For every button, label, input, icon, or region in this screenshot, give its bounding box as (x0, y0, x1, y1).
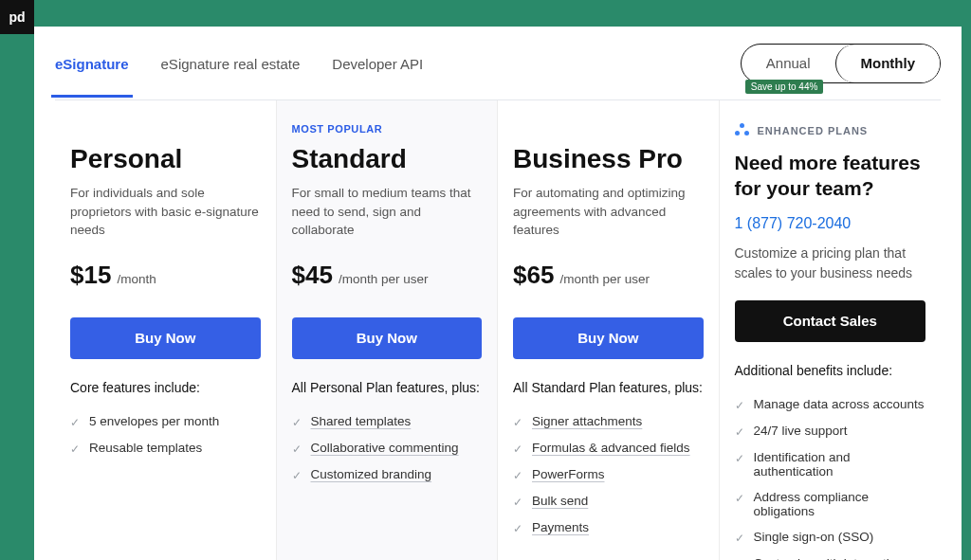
plan-personal: Personal For individuals and sole propri… (55, 100, 277, 560)
feature-text: Address compliance obligations (754, 490, 926, 518)
plan-description: For small to medium teams that need to s… (292, 184, 483, 240)
feature-item: ✓Signer attachments (513, 408, 704, 435)
plan-price-period: /month per user (339, 272, 429, 286)
check-icon: ✓ (513, 496, 522, 509)
plan-price-period: /month per user (559, 272, 650, 286)
check-icon: ✓ (70, 443, 80, 456)
feature-item: ✓Address compliance obligations (735, 484, 926, 524)
features-list: ✓Shared templates ✓Collaborative comment… (292, 408, 483, 488)
buy-now-button[interactable]: Buy Now (513, 317, 704, 359)
check-icon: ✓ (735, 425, 744, 439)
plan-price: $45 (292, 261, 333, 290)
feature-text[interactable]: Collaborative commenting (311, 441, 459, 455)
feature-text[interactable]: PowerForms (532, 467, 605, 481)
enhanced-title: Need more features for your team? (735, 150, 926, 202)
check-icon: ✓ (292, 469, 302, 482)
feature-item: ✓24/7 live support (735, 418, 926, 444)
plan-price: $65 (513, 261, 554, 290)
features-heading: Core features include: (70, 380, 261, 395)
feature-item: ✓5 envelopes per month (70, 408, 261, 435)
feature-item: ✓Single sign-on (SSO) (735, 524, 926, 551)
enhanced-plans-label-text: ENHANCED PLANS (758, 125, 869, 136)
feature-item: ✓Reusable templates (70, 435, 261, 461)
plan-price: $15 (70, 261, 111, 290)
check-icon: ✓ (292, 443, 302, 456)
feature-item: ✓PowerForms (513, 461, 704, 488)
plan-price-row: $65 /month per user (513, 261, 704, 293)
enhanced-description: Customize a pricing plan that scales to … (735, 244, 926, 283)
topbar: eSignature eSignature real estate Develo… (55, 27, 941, 100)
feature-text: Customize with integrations (754, 556, 910, 560)
feature-item: ✓Customized branding (292, 461, 483, 488)
buy-now-button[interactable]: Buy Now (292, 317, 483, 359)
feature-item: ✓Customize with integrations (735, 551, 926, 560)
contact-sales-button[interactable]: Contact Sales (735, 300, 926, 342)
buy-now-button[interactable]: Buy Now (70, 317, 261, 359)
check-icon: ✓ (513, 469, 522, 482)
plan-price-row: $45 /month per user (292, 261, 483, 293)
feature-text[interactable]: Customized branding (311, 467, 432, 481)
feature-item: ✓Identification and authentication (735, 444, 926, 484)
check-icon: ✓ (513, 443, 522, 456)
feature-item: ✓Collaborative commenting (292, 435, 483, 461)
plan-price-row: $15 /month (70, 261, 261, 293)
tab-esignature[interactable]: eSignature (55, 29, 129, 97)
plan-name: Personal (70, 144, 261, 174)
feature-text[interactable]: Payments (532, 520, 589, 534)
feature-text: Single sign-on (SSO) (754, 530, 874, 544)
brand-logo-text: pd (9, 9, 25, 25)
features-list: ✓5 envelopes per month ✓Reusable templat… (70, 408, 261, 461)
tab-esignature-real-estate[interactable]: eSignature real estate (161, 29, 301, 97)
plan-price-period: /month (117, 272, 156, 286)
plan-name: Business Pro (513, 144, 704, 174)
plan-description: For automating and optimizing agreements… (513, 184, 704, 240)
features-heading: All Standard Plan features, plus: (513, 380, 704, 395)
pricing-grid: Personal For individuals and sole propri… (55, 100, 941, 560)
feature-item: ✓Bulk send (513, 488, 704, 515)
billing-monthly-option[interactable]: Monthly (835, 45, 941, 82)
feature-item: ✓Manage data across accounts (735, 391, 926, 418)
check-icon: ✓ (735, 452, 744, 465)
check-icon: ✓ (292, 416, 302, 429)
check-icon: ✓ (513, 522, 522, 535)
brand-logo: pd (0, 0, 34, 34)
plan-name: Standard (292, 144, 483, 174)
feature-item: ✓Formulas & advanced fields (513, 435, 704, 461)
pricing-card: eSignature eSignature real estate Develo… (34, 27, 962, 560)
feature-text: 5 envelopes per month (89, 414, 219, 428)
plan-badge-spacer (70, 123, 261, 136)
most-popular-badge: MOST POPULAR (292, 123, 483, 136)
feature-item: ✓Payments (513, 515, 704, 541)
check-icon: ✓ (70, 416, 80, 429)
feature-text: Identification and authentication (754, 450, 926, 479)
plan-standard: MOST POPULAR Standard For small to mediu… (277, 100, 499, 560)
plan-business-pro: Business Pro For automating and optimizi… (498, 100, 720, 560)
features-heading: All Personal Plan features, plus: (292, 380, 483, 395)
features-list: ✓Manage data across accounts ✓24/7 live … (735, 391, 926, 560)
feature-text[interactable]: Shared templates (311, 414, 412, 428)
tab-developer-api[interactable]: Developer API (332, 29, 423, 97)
features-heading: Additional benefits include: (735, 363, 926, 378)
check-icon: ✓ (735, 399, 744, 412)
billing-annual-option[interactable]: Annual (742, 45, 835, 82)
check-icon: ✓ (735, 492, 744, 505)
check-icon: ✓ (513, 416, 522, 429)
enhanced-plans-icon (735, 123, 750, 138)
feature-text: Reusable templates (89, 441, 202, 455)
feature-text: 24/7 live support (754, 424, 848, 438)
feature-text[interactable]: Formulas & advanced fields (532, 441, 690, 455)
check-icon: ✓ (735, 532, 744, 545)
feature-text: Manage data across accounts (754, 397, 925, 411)
product-tabs: eSignature eSignature real estate Develo… (55, 29, 423, 97)
contact-phone-link[interactable]: 1 (877) 720-2040 (735, 215, 926, 232)
feature-text[interactable]: Signer attachments (532, 414, 642, 428)
plan-description: For individuals and sole proprietors wit… (70, 184, 261, 240)
billing-toggle: Annual Monthly Save up to 44% (741, 44, 941, 83)
plan-enhanced: ENHANCED PLANS Need more features for yo… (720, 100, 942, 560)
feature-item: ✓Shared templates (292, 408, 483, 435)
enhanced-plans-label: ENHANCED PLANS (735, 123, 926, 138)
feature-text[interactable]: Bulk send (532, 494, 588, 508)
billing-save-badge: Save up to 44% (745, 80, 824, 94)
plan-badge-spacer (513, 123, 704, 136)
features-list: ✓Signer attachments ✓Formulas & advanced… (513, 408, 704, 541)
